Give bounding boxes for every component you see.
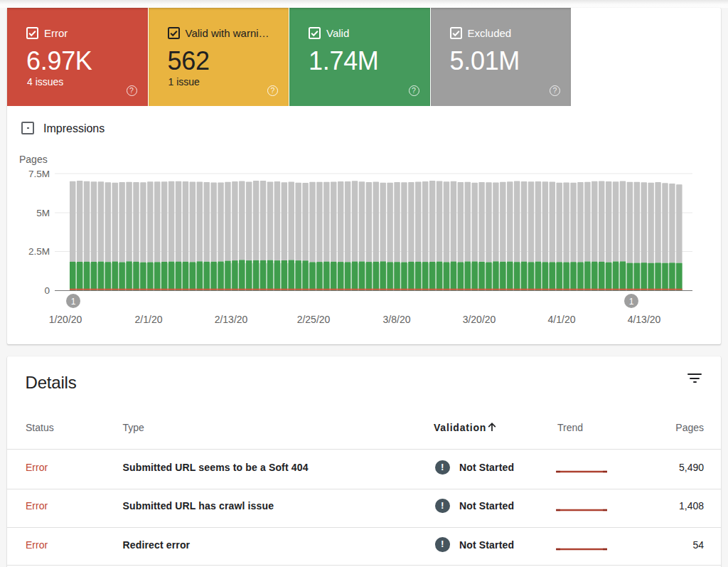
svg-text:2/13/20: 2/13/20 xyxy=(215,314,248,325)
svg-text:5M: 5M xyxy=(36,208,50,218)
svg-text:4/13/20: 4/13/20 xyxy=(628,314,661,325)
svg-text:2/1/20: 2/1/20 xyxy=(135,314,163,325)
svg-text:0: 0 xyxy=(44,285,50,296)
svg-text:1: 1 xyxy=(71,297,76,307)
svg-text:3/20/20: 3/20/20 xyxy=(463,314,496,325)
svg-text:Pages: Pages xyxy=(19,154,48,165)
svg-text:2.5M: 2.5M xyxy=(28,246,50,257)
svg-text:1: 1 xyxy=(629,297,634,307)
svg-text:3/8/20: 3/8/20 xyxy=(383,314,411,325)
svg-text:7.5M: 7.5M xyxy=(28,169,50,179)
svg-text:4/1/20: 4/1/20 xyxy=(548,314,576,325)
svg-text:1/20/20: 1/20/20 xyxy=(49,314,82,325)
svg-text:2/25/20: 2/25/20 xyxy=(297,314,331,325)
